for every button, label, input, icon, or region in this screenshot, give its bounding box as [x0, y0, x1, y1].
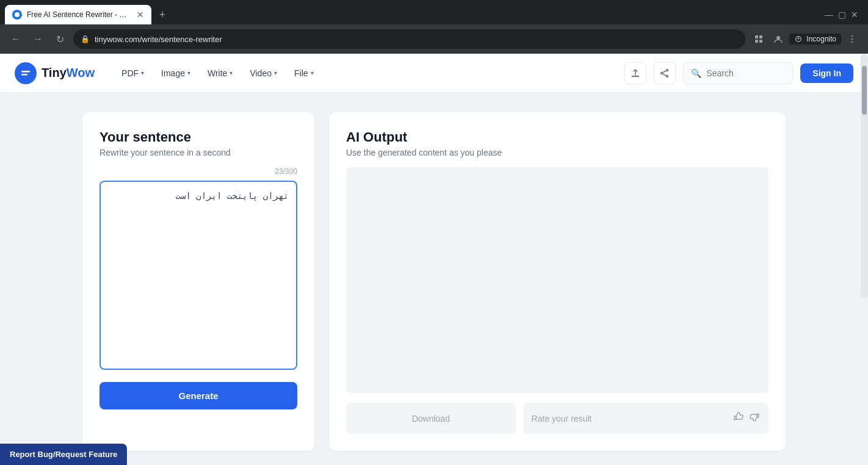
reload-icon: ↻ — [56, 34, 64, 45]
browser-toolbar: ← → ↻ 🔒 tinywow.com/write/sentence-rewri… — [0, 24, 868, 54]
nav-write-label: Write — [208, 68, 227, 78]
svg-rect-3 — [755, 40, 758, 43]
image-chevron-icon: ▾ — [187, 70, 190, 76]
close-window-button[interactable]: ✕ — [851, 10, 858, 20]
svg-point-7 — [852, 38, 853, 40]
rate-buttons — [733, 411, 760, 425]
video-chevron-icon: ▾ — [274, 70, 277, 76]
browser-chrome: Free AI Sentence Rewriter - No S ✕ + — ▢… — [0, 0, 868, 54]
generate-button[interactable]: Generate — [99, 382, 297, 409]
tab-favicon — [12, 10, 22, 20]
forward-icon: → — [33, 34, 43, 45]
ai-output-area — [346, 167, 769, 393]
thumbs-up-button[interactable] — [733, 411, 744, 425]
extensions-icon[interactable] — [750, 31, 767, 48]
report-bug-button[interactable]: Report Bug/Request Feature — [0, 444, 127, 465]
svg-rect-2 — [759, 35, 762, 38]
search-input[interactable] — [706, 68, 813, 78]
ai-output-subtitle: Use the generated content as you please — [346, 148, 769, 157]
svg-point-8 — [852, 41, 853, 43]
svg-rect-4 — [759, 40, 762, 43]
search-icon: 🔍 — [691, 68, 701, 78]
logo-icon — [15, 62, 37, 84]
file-chevron-icon: ▾ — [311, 70, 314, 76]
app-header: TinyWow PDF ▾ Image ▾ Write ▾ Video ▾ Fi… — [0, 54, 868, 93]
reload-button[interactable]: ↻ — [51, 31, 68, 48]
address-bar[interactable]: 🔒 tinywow.com/write/sentence-rewriter — [73, 29, 745, 49]
restore-button[interactable]: ▢ — [838, 10, 846, 20]
svg-rect-16 — [734, 416, 736, 420]
minimize-button[interactable]: — — [825, 10, 833, 20]
share-icon-button[interactable] — [654, 62, 676, 84]
logo[interactable]: TinyWow — [15, 62, 95, 84]
svg-point-6 — [852, 35, 853, 37]
svg-rect-17 — [757, 414, 759, 417]
left-panel: Your sentence Rewrite your sentence in a… — [82, 112, 314, 451]
char-counter: 23/300 — [99, 167, 297, 176]
profile-icon[interactable] — [770, 31, 787, 48]
svg-line-14 — [663, 71, 667, 73]
lock-icon: 🔒 — [81, 35, 90, 43]
sentence-input[interactable]: تهران پایتخت ایران است — [99, 181, 297, 370]
svg-rect-9 — [21, 71, 30, 73]
url-text: tinywow.com/write/sentence-rewriter — [95, 35, 738, 44]
rate-container: Rate your result — [523, 403, 769, 434]
thumbs-down-button[interactable] — [749, 411, 760, 425]
download-button[interactable]: Download — [346, 403, 516, 434]
menu-icon[interactable] — [844, 31, 861, 48]
search-box[interactable]: 🔍 — [683, 62, 793, 84]
browser-tab-active[interactable]: Free AI Sentence Rewriter - No S ✕ — [5, 5, 151, 24]
svg-point-5 — [776, 36, 780, 40]
sign-in-button[interactable]: Sign In — [800, 63, 853, 83]
svg-point-13 — [667, 75, 668, 77]
nav-item-write[interactable]: Write ▾ — [200, 63, 240, 83]
tab-close-icon[interactable]: ✕ — [137, 10, 144, 20]
pdf-chevron-icon: ▾ — [141, 70, 144, 76]
upload-icon-button[interactable] — [624, 62, 646, 84]
incognito-badge[interactable]: Incognito — [789, 34, 841, 45]
browser-tab-bar: Free AI Sentence Rewriter - No S ✕ + — ▢… — [0, 0, 868, 24]
svg-rect-10 — [21, 74, 27, 76]
header-actions: 🔍 Sign In — [624, 62, 853, 84]
nav-item-image[interactable]: Image ▾ — [154, 63, 198, 83]
ai-output-title: AI Output — [346, 129, 769, 145]
nav-video-label: Video — [250, 68, 272, 78]
main-content: Your sentence Rewrite your sentence in a… — [68, 93, 800, 465]
nav-item-video[interactable]: Video ▾ — [242, 63, 284, 83]
browser-scrollbar[interactable] — [861, 54, 868, 298]
right-panel: AI Output Use the generated content as y… — [329, 112, 786, 451]
nav-image-label: Image — [161, 68, 185, 78]
rate-label: Rate your result — [532, 414, 592, 424]
nav-item-pdf[interactable]: PDF ▾ — [114, 63, 151, 83]
svg-rect-1 — [755, 35, 758, 38]
svg-point-11 — [667, 69, 668, 71]
nav-pdf-label: PDF — [121, 68, 139, 78]
output-actions: Download Rate your result — [346, 403, 769, 434]
incognito-label: Incognito — [806, 35, 836, 43]
svg-line-15 — [663, 74, 667, 76]
toolbar-actions: Incognito — [750, 31, 861, 48]
your-sentence-title: Your sentence — [99, 129, 297, 145]
nav-menu: PDF ▾ Image ▾ Write ▾ Video ▾ File ▾ — [114, 63, 320, 83]
nav-item-file[interactable]: File ▾ — [287, 63, 321, 83]
scrollbar-thumb[interactable] — [862, 66, 867, 115]
page-background: Your sentence Rewrite your sentence in a… — [0, 93, 868, 465]
back-button[interactable]: ← — [7, 31, 24, 48]
new-tab-button[interactable]: + — [154, 6, 171, 23]
back-icon: ← — [11, 34, 21, 45]
svg-point-0 — [15, 12, 20, 17]
write-chevron-icon: ▾ — [230, 70, 233, 76]
your-sentence-subtitle: Rewrite your sentence in a second — [99, 148, 297, 157]
nav-file-label: File — [294, 68, 308, 78]
svg-point-12 — [661, 72, 663, 74]
tab-title: Free AI Sentence Rewriter - No S — [27, 10, 132, 19]
forward-button[interactable]: → — [29, 31, 46, 48]
logo-text: TinyWow — [42, 66, 95, 80]
